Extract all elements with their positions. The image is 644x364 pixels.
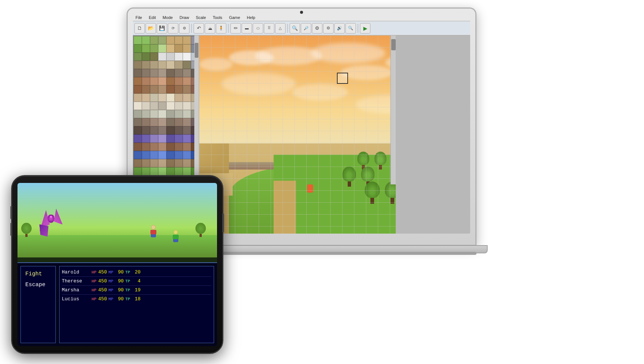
tile-cell[interactable] [158, 69, 166, 77]
tile-cell[interactable] [142, 77, 150, 85]
tile-cell[interactable] [158, 36, 166, 44]
tile-cell[interactable] [175, 69, 183, 77]
tile-cell[interactable] [150, 102, 158, 110]
tile-cell[interactable] [150, 143, 158, 151]
tile-cell[interactable] [134, 134, 142, 143]
tile-cell[interactable] [183, 36, 191, 44]
tile-cell[interactable] [142, 85, 150, 94]
tile-cell[interactable] [142, 134, 150, 143]
tile-cell[interactable] [142, 94, 150, 102]
tile-cell[interactable] [158, 110, 166, 118]
phone-volume-button[interactable] [222, 213, 224, 232]
tile-cell[interactable] [134, 159, 142, 167]
toolbar-pencil[interactable]: ✏ [230, 23, 241, 34]
tile-cell[interactable] [166, 167, 175, 175]
tile-cell[interactable] [150, 134, 158, 143]
tile-cell[interactable] [166, 118, 175, 126]
tile-cell[interactable] [166, 53, 175, 61]
tile-cell[interactable] [166, 134, 175, 143]
cmd-escape[interactable]: Escape [24, 279, 52, 290]
toolbar-fill[interactable]: ⠿ [264, 23, 274, 34]
tile-cell[interactable] [166, 44, 175, 53]
toolbar-rect[interactable]: ▬ [242, 23, 252, 34]
tile-cell[interactable] [166, 77, 175, 85]
tile-cell[interactable] [166, 85, 175, 94]
tile-cell[interactable] [134, 69, 142, 77]
toolbar-audio[interactable]: 🔊 [334, 23, 345, 34]
toolbar-save[interactable]: 💾 [157, 23, 167, 34]
phone-vol-down-button[interactable] [10, 223, 12, 236]
toolbar-btn5[interactable]: ⚙ [179, 23, 189, 34]
tile-cell[interactable] [158, 159, 166, 167]
tile-cell[interactable] [142, 159, 150, 167]
tile-cell[interactable] [183, 151, 191, 159]
tile-cell[interactable] [175, 77, 183, 85]
tile-cell[interactable] [142, 61, 150, 69]
tile-cell[interactable] [166, 69, 175, 77]
tile-cell[interactable] [142, 118, 150, 126]
tile-cell[interactable] [150, 118, 158, 126]
tile-cell[interactable] [158, 143, 166, 151]
tile-cell[interactable] [158, 53, 166, 61]
toolbar-mountain[interactable]: ⛰ [205, 23, 215, 34]
tile-cell[interactable] [183, 77, 191, 85]
v-scrollbar[interactable] [390, 35, 396, 184]
tile-cell[interactable] [175, 151, 183, 159]
tile-cell[interactable] [134, 44, 142, 53]
tile-cell[interactable] [142, 110, 150, 118]
tile-cell[interactable] [150, 159, 158, 167]
toolbar-search[interactable]: 🔍 [345, 23, 356, 34]
tile-cell[interactable] [150, 151, 158, 159]
tile-cell[interactable] [150, 69, 158, 77]
tile-cell[interactable] [183, 159, 191, 167]
toolbar-undo[interactable]: ↶ [194, 23, 204, 34]
tile-cell[interactable] [183, 85, 191, 94]
tile-cell[interactable] [175, 167, 183, 175]
tile-cell[interactable] [183, 44, 191, 53]
tile-cell[interactable] [183, 61, 191, 69]
toolbar-open[interactable]: 📂 [146, 23, 156, 34]
tile-cell[interactable] [150, 110, 158, 118]
toolbar-settings2[interactable]: ⚙ [323, 23, 334, 34]
tile-cell[interactable] [158, 44, 166, 53]
toolbar-play[interactable]: ▶ [360, 23, 370, 34]
tile-cell[interactable] [166, 36, 175, 44]
tile-cell[interactable] [175, 159, 183, 167]
tile-cell[interactable] [175, 61, 183, 69]
tile-cell[interactable] [142, 143, 150, 151]
menu-scale[interactable]: Scale [195, 15, 207, 20]
tile-cell[interactable] [158, 134, 166, 143]
tile-cell[interactable] [158, 167, 166, 175]
toolbar-btn4[interactable]: ⟳ [168, 23, 178, 34]
tile-cell[interactable] [175, 44, 183, 53]
tile-cell[interactable] [183, 94, 191, 102]
tile-cell[interactable] [158, 126, 166, 134]
tile-cell[interactable] [150, 85, 158, 94]
toolbar-new[interactable]: 🗋 [134, 23, 145, 34]
tile-cell[interactable] [175, 118, 183, 126]
tile-cell[interactable] [166, 159, 175, 167]
tile-cell[interactable] [150, 36, 158, 44]
tile-cell[interactable] [134, 143, 142, 151]
tile-cell[interactable] [183, 110, 191, 118]
cmd-fight[interactable]: Fight [24, 269, 52, 279]
tile-cell[interactable] [158, 151, 166, 159]
tile-cell[interactable] [183, 118, 191, 126]
tile-cell[interactable] [183, 126, 191, 134]
tile-cell[interactable] [166, 126, 175, 134]
tile-cell[interactable] [175, 134, 183, 143]
menu-edit[interactable]: Edit [148, 15, 157, 20]
tile-cell[interactable] [134, 94, 142, 102]
tile-cell[interactable] [175, 53, 183, 61]
tile-cell[interactable] [183, 102, 191, 110]
tile-cell[interactable] [166, 61, 175, 69]
tile-cell[interactable] [158, 118, 166, 126]
tile-cell[interactable] [183, 167, 191, 175]
tile-cell[interactable] [134, 85, 142, 94]
tile-cell[interactable] [158, 94, 166, 102]
tile-cell[interactable] [175, 94, 183, 102]
tile-cell[interactable] [175, 143, 183, 151]
tile-cell[interactable] [158, 61, 166, 69]
tile-cell[interactable] [175, 85, 183, 94]
tile-cell[interactable] [134, 102, 142, 110]
